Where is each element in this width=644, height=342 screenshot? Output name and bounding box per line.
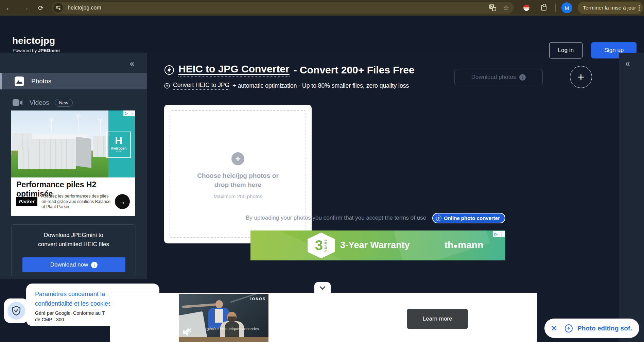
download-now-label: Download now xyxy=(50,261,88,268)
ad-arrow-button[interactable]: → xyxy=(115,194,130,209)
banner-ad-menu-icon[interactable]: ⋮ xyxy=(499,231,505,237)
hydrogen-element-icon: 1 H Hydrogen 1.008 xyxy=(106,132,131,158)
converter-flash-icon xyxy=(436,216,441,221)
site-settings-icon[interactable] xyxy=(53,3,63,13)
converter-pill-label: Online photo converter xyxy=(444,215,500,221)
photos-icon xyxy=(14,76,24,86)
download-now-button[interactable]: Download now ↓ xyxy=(22,257,125,272)
right-panel: « xyxy=(619,53,644,342)
browser-menu-icon[interactable]: ⋮ xyxy=(636,4,642,12)
terms-line: By uploading your photos you confirm tha… xyxy=(246,215,426,221)
sidebar-item-videos[interactable]: Videos New xyxy=(0,95,147,110)
adchoices-icon[interactable]: ▷ xyxy=(123,110,129,116)
title-rest: - Convert 200+ Files Free xyxy=(294,64,415,76)
video-ad[interactable]: IONOS généré en quelques secondes xyxy=(179,294,268,342)
muted-speaker-icon[interactable] xyxy=(183,329,192,336)
download-photos-icon: ↓ xyxy=(519,74,526,81)
dropzone-text: Choose heic/jpg photos or drop them here xyxy=(197,171,279,189)
learn-more-button[interactable]: Learn more xyxy=(407,309,468,329)
subtitle-link[interactable]: Convert HEIC to JPG xyxy=(173,82,229,90)
online-converter-pill[interactable]: Online photo converter xyxy=(432,213,505,223)
shield-icon xyxy=(7,302,25,320)
login-button[interactable]: Log in xyxy=(549,42,582,58)
edit-flash-icon xyxy=(565,324,573,332)
sidebar-ad[interactable]: 1 H Hydrogen 1.008 ▷ ⋮ Performance piles… xyxy=(11,110,135,216)
title-link[interactable]: HEIC to JPG Converter xyxy=(178,63,290,76)
reload-icon[interactable]: ⟳ xyxy=(35,2,47,14)
update-chrome-button[interactable]: Terminer la mise à jour ⋮ xyxy=(578,2,643,14)
profile-avatar[interactable]: M xyxy=(561,2,572,13)
video-caption: généré en quelques secondes xyxy=(207,327,259,331)
edit-pill-label: Photo editing sof… xyxy=(577,325,633,332)
ad-menu-icon[interactable]: ⋮ xyxy=(129,110,135,116)
toolbar-divider xyxy=(555,4,556,12)
parker-logo: Parker xyxy=(16,197,37,206)
banner-adchoices-icon[interactable]: ▷ xyxy=(493,231,499,237)
photo-editing-ad-pill[interactable]: ✕ Photo editing sof… xyxy=(544,319,639,338)
page-title: HEIC to JPG Converter - Convert 200+ Fil… xyxy=(164,63,415,76)
address-bar[interactable]: heictojpg.com G ☆ xyxy=(52,2,514,14)
download-photos-button[interactable]: Download photos ↓ xyxy=(454,69,543,85)
close-icon[interactable]: ✕ xyxy=(551,324,557,333)
sidebar: « Photos Videos New xyxy=(0,53,147,279)
sidebar-ad-image: 1 H Hydrogen 1.008 ▷ ⋮ xyxy=(11,110,135,177)
banner-title: 3-Year Warranty xyxy=(340,240,410,251)
sidebar-videos-label: Videos xyxy=(30,99,49,106)
dropzone-limit: Maximum 200 photos xyxy=(213,193,262,199)
forward-icon[interactable]: → xyxy=(20,2,31,14)
download-photos-label: Download photos xyxy=(471,74,516,81)
privacy-shield-button[interactable] xyxy=(4,298,29,323)
extensions-puzzle-icon[interactable] xyxy=(541,5,546,11)
extension-santa-icon[interactable] xyxy=(523,5,529,11)
flash-icon xyxy=(164,65,174,75)
add-photos-button[interactable]: + xyxy=(570,66,592,88)
page-subtitle: Convert HEIC to JPG + automatic optimiza… xyxy=(164,82,409,90)
bottom-ad-panel[interactable]: IONOS généré en quelques secondes Learn … xyxy=(110,293,537,342)
collapse-bottom-ad-button[interactable] xyxy=(314,282,331,294)
translate-icon[interactable]: G xyxy=(489,4,496,11)
site-tagline: Powered by JPEGmini xyxy=(13,48,60,53)
page: ← → ⟳ heictojpg.com G ☆ M Terminer la mi… xyxy=(0,0,644,342)
flash-icon-small xyxy=(164,83,170,89)
browser-toolbar: ← → ⟳ heictojpg.com G ☆ M Terminer la mi… xyxy=(0,0,644,16)
back-icon[interactable]: ← xyxy=(3,2,15,14)
upload-dropzone[interactable]: + Choose heic/jpg photos or drop them he… xyxy=(164,105,312,243)
site-logo[interactable]: heictojpg xyxy=(12,35,55,46)
chevron-down-icon xyxy=(320,284,326,290)
banner-ad[interactable]: 3 YEARS 3-Year Warranty thmann ▷ ⋮ xyxy=(250,230,505,260)
videos-new-badge: New xyxy=(55,99,73,107)
videos-icon xyxy=(13,99,23,106)
sidebar-ad-body: Assurez les performances des piles on-ro… xyxy=(41,194,111,210)
url-text[interactable]: heictojpg.com xyxy=(68,5,489,11)
bookmark-star-icon[interactable]: ☆ xyxy=(503,4,509,12)
download-card-text: Download JPEGmini to convert unlimited H… xyxy=(12,230,136,249)
download-jpegmini-card: Download JPEGmini to convert unlimited H… xyxy=(11,224,136,276)
thomann-logo: thmann xyxy=(445,240,483,251)
right-panel-collapse-icon[interactable]: « xyxy=(625,59,630,68)
terms-of-use-link[interactable]: terms of use xyxy=(395,215,427,221)
sidebar-collapse-icon[interactable]: « xyxy=(130,59,134,68)
subtitle-rest: + automatic optimization - Up to 80% sma… xyxy=(232,82,409,89)
upload-plus-icon[interactable]: + xyxy=(231,152,244,165)
download-circle-icon: ↓ xyxy=(91,262,98,268)
update-label: Terminer la mise à jour xyxy=(583,5,636,11)
site-header: heictojpg Powered by JPEGmini Log in Sig… xyxy=(0,16,644,53)
sidebar-item-photos[interactable]: Photos xyxy=(0,73,147,89)
sidebar-photos-label: Photos xyxy=(31,78,51,85)
ionos-logo: IONOS xyxy=(250,297,266,301)
